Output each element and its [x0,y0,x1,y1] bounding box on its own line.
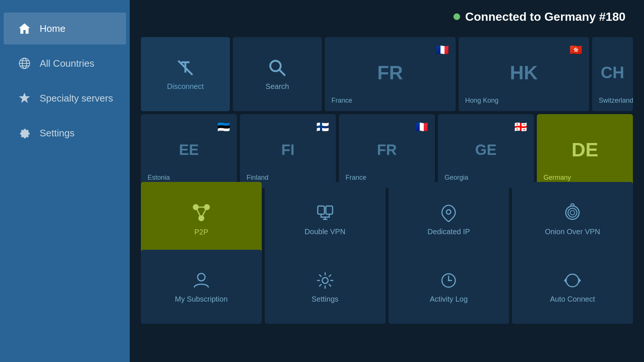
sidebar-item-all-countries[interactable]: All Countries [4,47,126,79]
svg-rect-17 [318,206,324,214]
onion-vpn-label: Onion Over VPN [545,228,600,236]
settings-tile-icon [315,270,335,290]
globe-icon [17,56,32,71]
fr2-name: France [346,174,366,182]
svg-marker-29 [579,278,581,283]
svg-point-26 [322,278,328,283]
de-name: Germany [544,174,571,182]
svg-point-25 [198,273,205,281]
status-label: Connected to Germany #180 [465,10,625,24]
svg-rect-18 [326,206,333,214]
p2p-tile[interactable]: P2P [141,182,262,256]
sidebar-label-specialty: Specialty servers [40,93,113,104]
auto-connect-label: Auto Connect [550,295,595,303]
sidebar-item-home[interactable]: Home [4,13,126,44]
onion-vpn-icon [562,202,583,223]
svg-point-21 [446,210,451,214]
svg-point-28 [448,280,449,281]
search-label: Search [265,82,289,91]
subscription-icon [191,270,211,290]
status-dot [453,13,460,20]
fr2-code: FR [377,142,397,158]
ee-code: EE [179,142,199,158]
georgia-tile[interactable]: GE 🇬🇪 Georgia [438,114,534,188]
ee-flag: 🇪🇪 [217,121,230,133]
svg-line-10 [279,70,285,76]
germany-active-tile[interactable]: DE Germany [537,114,633,188]
grid-row-2: EE 🇪🇪 Estonia FI 🇫🇮 Finland FR 🇫🇷 France… [141,114,633,179]
france-top-flag: 🇫🇷 [436,44,449,56]
search-tile[interactable]: Search [233,37,322,111]
activity-log-tile[interactable]: Activity Log [389,250,509,324]
gear-icon [17,125,32,141]
auto-connect-tile[interactable]: Auto Connect [512,250,633,324]
france-top-code: FR [377,62,403,84]
p2p-label: P2P [194,228,208,236]
svg-line-15 [196,207,201,218]
fi-flag: 🇫🇮 [316,121,329,133]
svg-point-23 [568,208,577,217]
sidebar-item-specialty[interactable]: Specialty servers [4,82,126,114]
grid-row-1: Disconnect Search FR 🇫🇷 France [141,37,633,111]
estonia-tile[interactable]: EE 🇪🇪 Estonia [141,114,237,188]
ch-name: Switzerland [599,97,633,104]
finland-tile[interactable]: FI 🇫🇮 Finland [240,114,336,188]
hk-flag: 🇭🇰 [569,44,582,56]
sidebar-item-settings[interactable]: Settings [4,117,126,149]
dedicated-ip-icon [438,202,459,223]
settings-tile[interactable]: Settings [265,250,386,324]
sidebar-label-settings: Settings [40,127,75,139]
svg-point-9 [270,61,281,71]
ch-code: CH [601,63,624,82]
onion-vpn-tile[interactable]: Onion Over VPN [512,182,633,256]
sidebar-label-all-countries: All Countries [40,58,94,69]
ge-flag: 🇬🇪 [514,121,527,133]
search-icon [267,58,287,78]
ee-name: Estonia [148,174,170,182]
disconnect-icon [175,58,195,78]
status-bar: Connected to Germany #180 [130,0,644,33]
main-panel: Connected to Germany #180 Disconnect [130,0,644,362]
hong-kong-tile[interactable]: HK 🇭🇰 Hong Kong [459,37,589,111]
dedicated-ip-label: Dedicated IP [427,228,470,236]
svg-point-24 [570,210,575,215]
double-vpn-tile[interactable]: Double VPN [265,182,386,256]
fr2-flag: 🇫🇷 [415,121,428,133]
star-icon [17,90,32,106]
double-vpn-icon [315,202,336,223]
fi-code: FI [281,142,295,158]
dedicated-ip-tile[interactable]: Dedicated IP [389,182,509,256]
svg-marker-30 [564,278,566,283]
connection-status: Connected to Germany #180 [453,10,625,24]
ge-code: GE [475,142,497,158]
france-2-tile[interactable]: FR 🇫🇷 France [339,114,435,188]
france-top-tile[interactable]: FR 🇫🇷 France [325,37,456,111]
hk-name: Hong Kong [465,97,499,104]
sidebar: Home All Countries Specialty servers [0,0,130,362]
auto-connect-icon [562,270,582,290]
svg-marker-5 [19,93,30,103]
grid-area: Disconnect Search FR 🇫🇷 France [130,33,644,362]
my-subscription-tile[interactable]: My Subscription [141,250,262,324]
settings-tile-label: Settings [311,295,338,303]
svg-line-16 [201,207,207,218]
de-code: DE [571,139,598,161]
activity-log-icon [439,270,459,290]
disconnect-tile[interactable]: Disconnect [141,37,230,111]
switzerland-partial-tile[interactable]: CH Switzerland [592,37,633,111]
fi-name: Finland [247,174,268,182]
my-subscription-label: My Subscription [175,295,228,303]
sidebar-label-home: Home [40,23,65,34]
home-icon [17,21,32,36]
grid-row-3: P2P Double VPN [141,182,633,247]
activity-log-label: Activity Log [430,295,468,303]
p2p-icon [191,202,212,223]
disconnect-label: Disconnect [167,82,204,91]
hk-code: HK [510,62,538,84]
double-vpn-label: Double VPN [305,228,346,236]
france-top-name: France [331,97,352,104]
ge-name: Georgia [445,174,468,182]
grid-row-4: My Subscription Settings [141,250,633,315]
